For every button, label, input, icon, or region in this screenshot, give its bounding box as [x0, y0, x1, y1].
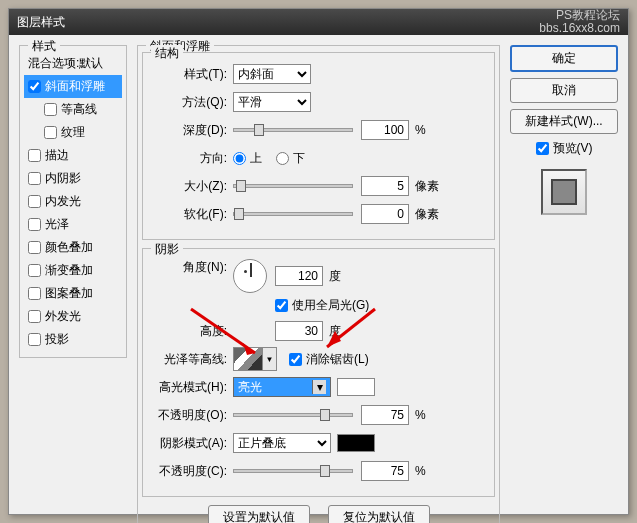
contour-label: 光泽等高线: — [151, 351, 233, 368]
watermark: PS教程论坛bbs.16xx8.com — [539, 9, 620, 35]
altitude-label: 高度: — [151, 323, 233, 340]
style-item-0[interactable]: 混合选项:默认 — [24, 52, 122, 75]
sh-mode-label: 阴影模式(A): — [151, 435, 233, 452]
hl-mode-select[interactable]: 亮光▾ — [233, 377, 331, 397]
hl-mode-label: 高光模式(H): — [151, 379, 233, 396]
soften-input[interactable] — [361, 204, 409, 224]
shading-legend: 阴影 — [151, 241, 183, 258]
style-checkbox[interactable] — [28, 80, 41, 93]
style-checkbox[interactable] — [44, 126, 57, 139]
technique-select[interactable]: 平滑 — [233, 92, 311, 112]
style-item-3[interactable]: 纹理 — [24, 121, 122, 144]
style-item-1[interactable]: 斜面和浮雕 — [24, 75, 122, 98]
global-light-checkbox[interactable]: 使用全局光(G) — [275, 297, 369, 314]
style-item-4[interactable]: 描边 — [24, 144, 122, 167]
hl-opacity-input[interactable] — [361, 405, 409, 425]
style-item-11[interactable]: 外发光 — [24, 305, 122, 328]
depth-unit: % — [415, 123, 426, 137]
style-item-5[interactable]: 内阴影 — [24, 167, 122, 190]
dir-down-radio[interactable]: 下 — [276, 150, 305, 167]
style-item-label: 渐变叠加 — [45, 262, 93, 279]
styles-panel: 样式 混合选项:默认斜面和浮雕等高线纹理描边内阴影内发光光泽颜色叠加渐变叠加图案… — [19, 45, 127, 358]
reset-default-button[interactable]: 复位为默认值 — [328, 505, 430, 523]
hl-opacity-unit: % — [415, 408, 426, 422]
sh-mode-select[interactable]: 正片叠底 — [233, 433, 331, 453]
direction-label: 方向: — [151, 150, 233, 167]
contour-dropdown[interactable]: ▼ — [263, 347, 277, 371]
gloss-contour-thumb[interactable] — [233, 347, 263, 371]
style-checkbox[interactable] — [28, 241, 41, 254]
style-item-9[interactable]: 渐变叠加 — [24, 259, 122, 282]
hl-opacity-label: 不透明度(O): — [151, 407, 233, 424]
style-item-label: 颜色叠加 — [45, 239, 93, 256]
style-checkbox[interactable] — [28, 333, 41, 346]
angle-label: 角度(N): — [151, 259, 233, 276]
style-item-label: 内发光 — [45, 193, 81, 210]
depth-label: 深度(D): — [151, 122, 233, 139]
cancel-button[interactable]: 取消 — [510, 78, 618, 103]
style-item-12[interactable]: 投影 — [24, 328, 122, 351]
shading-section: 阴影 角度(N): 度 使用全局光(G) 高 — [142, 248, 495, 497]
depth-slider[interactable] — [233, 128, 353, 132]
style-checkbox[interactable] — [28, 195, 41, 208]
style-item-6[interactable]: 内发光 — [24, 190, 122, 213]
style-item-label: 斜面和浮雕 — [45, 78, 105, 95]
sh-opacity-label: 不透明度(C): — [151, 463, 233, 480]
soften-unit: 像素 — [415, 206, 439, 223]
soften-slider[interactable] — [233, 212, 353, 216]
sh-opacity-unit: % — [415, 464, 426, 478]
size-slider[interactable] — [233, 184, 353, 188]
style-checkbox[interactable] — [28, 287, 41, 300]
altitude-input[interactable] — [275, 321, 323, 341]
style-checkbox[interactable] — [44, 103, 57, 116]
style-checkbox[interactable] — [28, 264, 41, 277]
structure-legend: 结构 — [151, 45, 183, 62]
structure-section: 结构 样式(T): 内斜面 方法(Q): 平滑 深度(D): % — [142, 52, 495, 240]
altitude-unit: 度 — [329, 323, 341, 340]
preview-thumb — [541, 169, 587, 215]
angle-unit: 度 — [329, 268, 341, 285]
sh-color-swatch[interactable] — [337, 434, 375, 452]
size-label: 大小(Z): — [151, 178, 233, 195]
soften-label: 软化(F): — [151, 206, 233, 223]
style-item-label: 描边 — [45, 147, 69, 164]
hl-opacity-slider[interactable] — [233, 413, 353, 417]
antialias-checkbox[interactable]: 消除锯齿(L) — [289, 351, 369, 368]
style-item-8[interactable]: 颜色叠加 — [24, 236, 122, 259]
style-item-label: 外发光 — [45, 308, 81, 325]
hl-color-swatch[interactable] — [337, 378, 375, 396]
ok-button[interactable]: 确定 — [510, 45, 618, 72]
size-input[interactable] — [361, 176, 409, 196]
style-item-label: 图案叠加 — [45, 285, 93, 302]
technique-label: 方法(Q): — [151, 94, 233, 111]
depth-input[interactable] — [361, 120, 409, 140]
style-checkbox[interactable] — [28, 149, 41, 162]
size-unit: 像素 — [415, 178, 439, 195]
sh-opacity-input[interactable] — [361, 461, 409, 481]
style-item-label: 纹理 — [61, 124, 85, 141]
style-item-7[interactable]: 光泽 — [24, 213, 122, 236]
styles-legend: 样式 — [28, 38, 60, 55]
style-item-label: 光泽 — [45, 216, 69, 233]
sh-opacity-slider[interactable] — [233, 469, 353, 473]
style-select[interactable]: 内斜面 — [233, 64, 311, 84]
titlebar[interactable]: 图层样式 PS教程论坛bbs.16xx8.com — [9, 9, 628, 35]
preview-checkbox[interactable]: 预览(V) — [536, 140, 593, 157]
make-default-button[interactable]: 设置为默认值 — [208, 505, 310, 523]
window-title: 图层样式 — [17, 14, 65, 31]
angle-dial[interactable] — [233, 259, 267, 293]
style-label: 样式(T): — [151, 66, 233, 83]
style-item-10[interactable]: 图案叠加 — [24, 282, 122, 305]
dir-up-radio[interactable]: 上 — [233, 150, 262, 167]
layer-style-dialog: 图层样式 PS教程论坛bbs.16xx8.com 样式 混合选项:默认斜面和浮雕… — [8, 8, 629, 515]
styles-list: 混合选项:默认斜面和浮雕等高线纹理描边内阴影内发光光泽颜色叠加渐变叠加图案叠加外… — [24, 52, 122, 351]
style-item-label: 等高线 — [61, 101, 97, 118]
style-checkbox[interactable] — [28, 310, 41, 323]
style-item-label: 内阴影 — [45, 170, 81, 187]
style-checkbox[interactable] — [28, 218, 41, 231]
style-checkbox[interactable] — [28, 172, 41, 185]
new-style-button[interactable]: 新建样式(W)... — [510, 109, 618, 134]
style-item-2[interactable]: 等高线 — [24, 98, 122, 121]
angle-input[interactable] — [275, 266, 323, 286]
style-item-label: 投影 — [45, 331, 69, 348]
